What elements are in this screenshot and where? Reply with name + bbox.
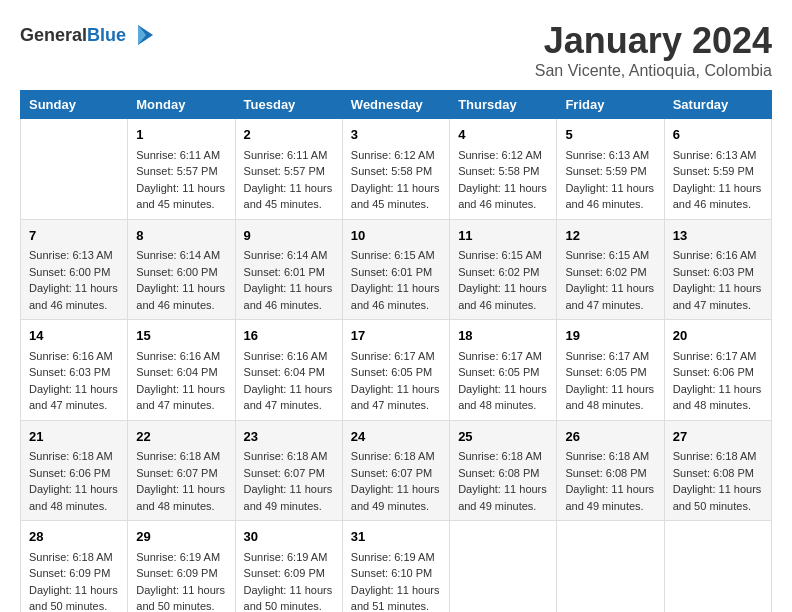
day-number: 21 (29, 427, 119, 447)
weekday-header: Friday (557, 91, 664, 119)
calendar-cell: 9Sunrise: 6:14 AM Sunset: 6:01 PM Daylig… (235, 219, 342, 320)
day-number: 7 (29, 226, 119, 246)
calendar-cell: 19Sunrise: 6:17 AM Sunset: 6:05 PM Dayli… (557, 320, 664, 421)
calendar-cell: 21Sunrise: 6:18 AM Sunset: 6:06 PM Dayli… (21, 420, 128, 521)
day-number: 26 (565, 427, 655, 447)
calendar-cell: 30Sunrise: 6:19 AM Sunset: 6:09 PM Dayli… (235, 521, 342, 613)
calendar-cell: 16Sunrise: 6:16 AM Sunset: 6:04 PM Dayli… (235, 320, 342, 421)
calendar-cell: 29Sunrise: 6:19 AM Sunset: 6:09 PM Dayli… (128, 521, 235, 613)
day-info: Sunrise: 6:17 AM Sunset: 6:05 PM Dayligh… (351, 348, 441, 414)
day-number: 25 (458, 427, 548, 447)
day-number: 10 (351, 226, 441, 246)
calendar-cell: 4Sunrise: 6:12 AM Sunset: 5:58 PM Daylig… (450, 119, 557, 220)
day-info: Sunrise: 6:12 AM Sunset: 5:58 PM Dayligh… (458, 147, 548, 213)
calendar-cell: 12Sunrise: 6:15 AM Sunset: 6:02 PM Dayli… (557, 219, 664, 320)
main-title: January 2024 (535, 20, 772, 62)
day-info: Sunrise: 6:19 AM Sunset: 6:09 PM Dayligh… (244, 549, 334, 613)
subtitle: San Vicente, Antioquia, Colombia (535, 62, 772, 80)
day-info: Sunrise: 6:15 AM Sunset: 6:02 PM Dayligh… (565, 247, 655, 313)
calendar-cell: 5Sunrise: 6:13 AM Sunset: 5:59 PM Daylig… (557, 119, 664, 220)
calendar-cell: 13Sunrise: 6:16 AM Sunset: 6:03 PM Dayli… (664, 219, 771, 320)
calendar-cell: 7Sunrise: 6:13 AM Sunset: 6:00 PM Daylig… (21, 219, 128, 320)
day-info: Sunrise: 6:11 AM Sunset: 5:57 PM Dayligh… (244, 147, 334, 213)
day-number: 30 (244, 527, 334, 547)
logo-blue: Blue (87, 25, 126, 45)
day-info: Sunrise: 6:19 AM Sunset: 6:10 PM Dayligh… (351, 549, 441, 613)
calendar-cell (557, 521, 664, 613)
day-info: Sunrise: 6:16 AM Sunset: 6:03 PM Dayligh… (673, 247, 763, 313)
day-info: Sunrise: 6:18 AM Sunset: 6:06 PM Dayligh… (29, 448, 119, 514)
calendar-cell: 25Sunrise: 6:18 AM Sunset: 6:08 PM Dayli… (450, 420, 557, 521)
day-number: 29 (136, 527, 226, 547)
calendar-body: 1Sunrise: 6:11 AM Sunset: 5:57 PM Daylig… (21, 119, 772, 613)
calendar-cell: 26Sunrise: 6:18 AM Sunset: 6:08 PM Dayli… (557, 420, 664, 521)
day-info: Sunrise: 6:11 AM Sunset: 5:57 PM Dayligh… (136, 147, 226, 213)
calendar-cell: 18Sunrise: 6:17 AM Sunset: 6:05 PM Dayli… (450, 320, 557, 421)
day-info: Sunrise: 6:18 AM Sunset: 6:09 PM Dayligh… (29, 549, 119, 613)
calendar-cell: 22Sunrise: 6:18 AM Sunset: 6:07 PM Dayli… (128, 420, 235, 521)
day-info: Sunrise: 6:18 AM Sunset: 6:08 PM Dayligh… (565, 448, 655, 514)
weekday-header: Monday (128, 91, 235, 119)
day-info: Sunrise: 6:15 AM Sunset: 6:01 PM Dayligh… (351, 247, 441, 313)
day-number: 14 (29, 326, 119, 346)
day-info: Sunrise: 6:13 AM Sunset: 5:59 PM Dayligh… (673, 147, 763, 213)
weekday-header: Wednesday (342, 91, 449, 119)
day-number: 24 (351, 427, 441, 447)
weekday-header: Sunday (21, 91, 128, 119)
weekday-header: Thursday (450, 91, 557, 119)
day-number: 5 (565, 125, 655, 145)
calendar-week-row: 21Sunrise: 6:18 AM Sunset: 6:06 PM Dayli… (21, 420, 772, 521)
day-info: Sunrise: 6:13 AM Sunset: 6:00 PM Dayligh… (29, 247, 119, 313)
calendar-cell: 17Sunrise: 6:17 AM Sunset: 6:05 PM Dayli… (342, 320, 449, 421)
calendar-cell: 20Sunrise: 6:17 AM Sunset: 6:06 PM Dayli… (664, 320, 771, 421)
calendar-cell: 23Sunrise: 6:18 AM Sunset: 6:07 PM Dayli… (235, 420, 342, 521)
day-number: 4 (458, 125, 548, 145)
calendar-cell (664, 521, 771, 613)
calendar-cell: 6Sunrise: 6:13 AM Sunset: 5:59 PM Daylig… (664, 119, 771, 220)
day-info: Sunrise: 6:16 AM Sunset: 6:04 PM Dayligh… (136, 348, 226, 414)
calendar-cell: 15Sunrise: 6:16 AM Sunset: 6:04 PM Dayli… (128, 320, 235, 421)
day-info: Sunrise: 6:15 AM Sunset: 6:02 PM Dayligh… (458, 247, 548, 313)
calendar-cell: 11Sunrise: 6:15 AM Sunset: 6:02 PM Dayli… (450, 219, 557, 320)
day-number: 1 (136, 125, 226, 145)
calendar-cell: 10Sunrise: 6:15 AM Sunset: 6:01 PM Dayli… (342, 219, 449, 320)
day-info: Sunrise: 6:16 AM Sunset: 6:04 PM Dayligh… (244, 348, 334, 414)
calendar-cell: 8Sunrise: 6:14 AM Sunset: 6:00 PM Daylig… (128, 219, 235, 320)
day-number: 12 (565, 226, 655, 246)
day-number: 16 (244, 326, 334, 346)
calendar-cell: 24Sunrise: 6:18 AM Sunset: 6:07 PM Dayli… (342, 420, 449, 521)
day-info: Sunrise: 6:14 AM Sunset: 6:01 PM Dayligh… (244, 247, 334, 313)
day-number: 9 (244, 226, 334, 246)
day-number: 22 (136, 427, 226, 447)
day-number: 17 (351, 326, 441, 346)
calendar-cell: 14Sunrise: 6:16 AM Sunset: 6:03 PM Dayli… (21, 320, 128, 421)
weekday-header: Saturday (664, 91, 771, 119)
day-number: 28 (29, 527, 119, 547)
day-number: 13 (673, 226, 763, 246)
day-info: Sunrise: 6:14 AM Sunset: 6:00 PM Dayligh… (136, 247, 226, 313)
calendar-cell (21, 119, 128, 220)
calendar-week-row: 1Sunrise: 6:11 AM Sunset: 5:57 PM Daylig… (21, 119, 772, 220)
logo: GeneralBlue (20, 20, 158, 50)
calendar-table: SundayMondayTuesdayWednesdayThursdayFrid… (20, 90, 772, 612)
day-number: 23 (244, 427, 334, 447)
day-number: 15 (136, 326, 226, 346)
calendar-week-row: 7Sunrise: 6:13 AM Sunset: 6:00 PM Daylig… (21, 219, 772, 320)
day-number: 8 (136, 226, 226, 246)
weekday-header: Tuesday (235, 91, 342, 119)
day-info: Sunrise: 6:13 AM Sunset: 5:59 PM Dayligh… (565, 147, 655, 213)
day-info: Sunrise: 6:12 AM Sunset: 5:58 PM Dayligh… (351, 147, 441, 213)
calendar-header: SundayMondayTuesdayWednesdayThursdayFrid… (21, 91, 772, 119)
calendar-cell: 2Sunrise: 6:11 AM Sunset: 5:57 PM Daylig… (235, 119, 342, 220)
day-number: 6 (673, 125, 763, 145)
calendar-cell: 3Sunrise: 6:12 AM Sunset: 5:58 PM Daylig… (342, 119, 449, 220)
day-info: Sunrise: 6:17 AM Sunset: 6:05 PM Dayligh… (458, 348, 548, 414)
day-number: 11 (458, 226, 548, 246)
page-header: GeneralBlue January 2024 San Vicente, An… (20, 20, 772, 80)
day-info: Sunrise: 6:19 AM Sunset: 6:09 PM Dayligh… (136, 549, 226, 613)
day-number: 31 (351, 527, 441, 547)
day-info: Sunrise: 6:18 AM Sunset: 6:08 PM Dayligh… (458, 448, 548, 514)
day-number: 27 (673, 427, 763, 447)
day-number: 3 (351, 125, 441, 145)
calendar-week-row: 14Sunrise: 6:16 AM Sunset: 6:03 PM Dayli… (21, 320, 772, 421)
